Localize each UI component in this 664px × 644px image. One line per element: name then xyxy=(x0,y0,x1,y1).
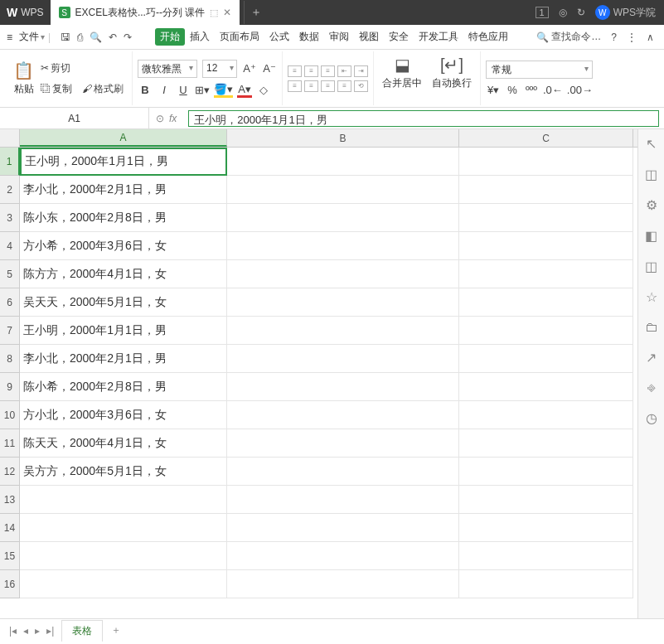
app-logo[interactable]: W WPS xyxy=(0,0,51,25)
row-header-15[interactable]: 15 xyxy=(0,542,20,570)
cell-B16[interactable] xyxy=(227,570,459,598)
row-header-4[interactable]: 4 xyxy=(0,232,20,260)
align-right[interactable]: ≡ xyxy=(321,80,335,92)
column-header-B[interactable]: B xyxy=(227,129,459,147)
border-button[interactable]: ⊞▾ xyxy=(195,84,210,96)
cell-C13[interactable] xyxy=(459,486,633,514)
cut-button[interactable]: ✂剪切 xyxy=(37,60,127,77)
cell-A14[interactable] xyxy=(20,514,227,542)
decrease-decimal-button[interactable]: .0← xyxy=(543,84,563,96)
menu-tab-7[interactable]: 安全 xyxy=(384,25,414,49)
cell-A6[interactable]: 吴天天，2000年5月1日，女 xyxy=(20,288,227,317)
increase-decimal-button[interactable]: .00→ xyxy=(567,84,593,96)
menu-tab-0[interactable]: 开始 xyxy=(155,28,185,46)
row-header-7[interactable]: 7 xyxy=(0,317,20,345)
cell-B4[interactable] xyxy=(227,232,459,260)
share-icon[interactable]: ↗ xyxy=(646,350,657,366)
settings-icon[interactable]: ⚙ xyxy=(646,197,657,213)
menu-tab-8[interactable]: 开发工具 xyxy=(414,25,463,49)
menu-tab-9[interactable]: 特色应用 xyxy=(463,25,513,49)
menu-tab-4[interactable]: 数据 xyxy=(294,25,324,49)
row-header-14[interactable]: 14 xyxy=(0,514,20,542)
clear-format-button[interactable]: ◇ xyxy=(256,84,271,96)
close-icon[interactable]: ✕ xyxy=(223,7,231,18)
sheet-tab[interactable]: 表格 xyxy=(61,620,103,642)
row-header-6[interactable]: 6 xyxy=(0,288,20,317)
fx-expand-icon[interactable]: ⊙ xyxy=(156,113,164,124)
currency-button[interactable]: ¥▾ xyxy=(486,84,501,96)
more-icon[interactable]: ⋮ xyxy=(627,31,637,43)
cell-C9[interactable] xyxy=(459,373,633,401)
column-header-A[interactable]: A xyxy=(20,129,227,147)
cell-B12[interactable] xyxy=(227,458,459,486)
italic-button[interactable]: I xyxy=(157,84,172,96)
cell-C14[interactable] xyxy=(459,514,633,542)
cell-A1[interactable]: 王小明，2000年1月1日，男 xyxy=(20,148,227,176)
sheet-last-icon[interactable]: ▸| xyxy=(44,625,56,637)
select-icon[interactable]: ◫ xyxy=(645,167,657,182)
row-header-11[interactable]: 11 xyxy=(0,429,20,458)
cell-B6[interactable] xyxy=(227,288,459,317)
cell-B9[interactable] xyxy=(227,373,459,401)
paste-button[interactable]: 📋 粘贴 xyxy=(10,57,37,99)
name-box[interactable]: A1 xyxy=(0,108,149,128)
row-header-16[interactable]: 16 xyxy=(0,570,20,598)
cell-B14[interactable] xyxy=(227,514,459,542)
cell-A11[interactable]: 陈天天，2000年4月1日，女 xyxy=(20,429,227,458)
folder-icon[interactable]: 🗀 xyxy=(645,320,658,335)
comma-button[interactable]: ººº xyxy=(524,84,539,96)
indent-decrease[interactable]: ⇤ xyxy=(337,65,351,77)
font-color-button[interactable]: A▾ xyxy=(237,83,252,98)
cell-C8[interactable] xyxy=(459,345,633,373)
font-family-select[interactable]: 微软雅黑 xyxy=(138,60,197,78)
bold-button[interactable]: B xyxy=(138,84,153,96)
pin-icon[interactable]: ⬚ xyxy=(210,7,218,18)
print-icon[interactable]: ⎙ xyxy=(77,31,83,43)
align-top-right[interactable]: ≡ xyxy=(321,65,335,77)
cell-C16[interactable] xyxy=(459,570,633,598)
style-icon[interactable]: ◧ xyxy=(645,228,657,244)
cell-A9[interactable]: 陈小希，2000年2月8日，男 xyxy=(20,373,227,401)
cell-B2[interactable] xyxy=(227,176,459,204)
file-menu[interactable]: 文件 ▾ xyxy=(19,30,45,44)
cell-B8[interactable] xyxy=(227,345,459,373)
menu-tab-3[interactable]: 公式 xyxy=(264,25,294,49)
merge-cells-button[interactable]: ⬓ 合并居中 xyxy=(379,51,425,105)
cell-C7[interactable] xyxy=(459,317,633,345)
font-size-select[interactable]: 12 xyxy=(202,60,237,78)
cell-B15[interactable] xyxy=(227,542,459,570)
row-header-10[interactable]: 10 xyxy=(0,401,20,429)
cell-C10[interactable] xyxy=(459,401,633,429)
redo-icon[interactable]: ↷ xyxy=(124,31,132,43)
collapse-ribbon-icon[interactable]: ∧ xyxy=(647,31,654,43)
cell-A10[interactable]: 方小北，2000年3月6日，女 xyxy=(20,401,227,429)
copy-button[interactable]: ⿻复制 xyxy=(37,80,75,98)
cell-B7[interactable] xyxy=(227,317,459,345)
document-tab[interactable]: S EXCEL表格快...巧--分列 课件 ⬚ ✕ xyxy=(51,0,240,25)
hamburger-icon[interactable]: ≡ xyxy=(3,30,16,45)
sheet-first-icon[interactable]: |◂ xyxy=(7,625,19,637)
cell-A7[interactable]: 王小明，2000年1月1日，男 xyxy=(20,317,227,345)
cell-B10[interactable] xyxy=(227,401,459,429)
add-tab-button[interactable]: ＋ xyxy=(244,1,267,24)
align-top-left[interactable]: ≡ xyxy=(288,65,302,77)
row-header-2[interactable]: 2 xyxy=(0,176,20,204)
cell-C3[interactable] xyxy=(459,204,633,232)
decrease-font-button[interactable]: A⁻ xyxy=(262,62,277,75)
cell-A15[interactable] xyxy=(20,542,227,570)
cell-A5[interactable]: 陈方方，2000年4月1日，女 xyxy=(20,260,227,288)
format-painter-button[interactable]: 🖌格式刷 xyxy=(79,80,127,98)
cell-A2[interactable]: 李小北，2000年2月1日，男 xyxy=(20,176,227,204)
row-header-13[interactable]: 13 xyxy=(0,486,20,514)
increase-font-button[interactable]: A⁺ xyxy=(242,62,257,75)
sheet-next-icon[interactable]: ▸ xyxy=(32,625,42,637)
row-header-9[interactable]: 9 xyxy=(0,373,20,401)
help-icon[interactable]: ? xyxy=(611,31,617,43)
menu-tab-2[interactable]: 页面布局 xyxy=(215,25,264,49)
time-icon[interactable]: ◷ xyxy=(646,410,657,426)
orientation-button[interactable]: ⟲ xyxy=(354,80,368,92)
align-left[interactable]: ≡ xyxy=(288,80,302,92)
cell-C12[interactable] xyxy=(459,458,633,486)
cell-A3[interactable]: 陈小东，2000年2月8日，男 xyxy=(20,204,227,232)
cell-C11[interactable] xyxy=(459,429,633,458)
